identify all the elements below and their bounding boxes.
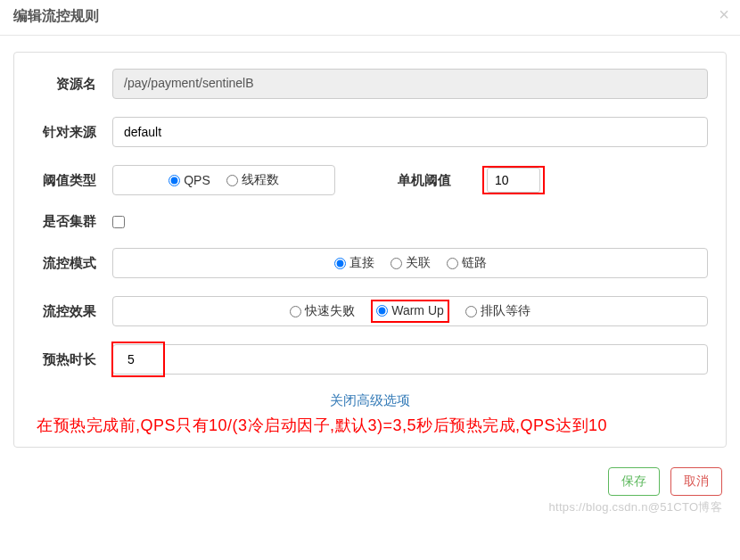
threshold-highlight: [482, 166, 545, 194]
radio-direct-label: 直接: [349, 255, 374, 271]
divider: [0, 35, 740, 36]
threshold-value-label: 单机阈值: [398, 172, 451, 189]
cluster-label: 是否集群: [32, 213, 112, 230]
radio-warmup-label: Warm Up: [391, 303, 444, 317]
annotation-text: 在预热完成前,QPS只有10/(3冷启动因子,默认3)=3,5秒后预热完成,QP…: [32, 415, 708, 436]
radio-fast-fail-label: 快速失败: [305, 303, 355, 319]
effect-group: 快速失败 Warm Up 排队等待: [112, 296, 708, 326]
source-label: 针对来源: [32, 124, 112, 141]
radio-threads[interactable]: 线程数: [226, 172, 279, 188]
footer: 保存 取消: [0, 455, 740, 503]
cluster-checkbox[interactable]: [112, 216, 125, 228]
radio-fast-fail[interactable]: 快速失败: [290, 303, 355, 319]
warmup-time-label: 预热时长: [32, 351, 112, 368]
radio-chain[interactable]: 链路: [447, 255, 487, 271]
radio-relate[interactable]: 关联: [391, 255, 431, 271]
radio-qps-label: QPS: [184, 173, 210, 187]
resource-input: /pay/payment/sentinelB: [112, 69, 708, 99]
source-input[interactable]: [112, 117, 708, 147]
threshold-value-input[interactable]: [487, 168, 540, 193]
resource-label: 资源名: [32, 76, 112, 93]
radio-queue-label: 排队等待: [481, 303, 530, 319]
close-icon[interactable]: ×: [719, 5, 729, 23]
radio-chain-label: 链路: [462, 255, 487, 271]
modal-title: 编辑流控规则: [13, 8, 99, 23]
radio-qps[interactable]: QPS: [169, 173, 210, 187]
mode-label: 流控模式: [32, 255, 112, 272]
radio-fast-fail-input[interactable]: [290, 306, 301, 317]
warmup-time-input[interactable]: [112, 344, 708, 375]
effect-label: 流控效果: [32, 303, 112, 320]
radio-qps-input[interactable]: [169, 175, 180, 186]
radio-warmup[interactable]: Warm Up: [376, 303, 444, 317]
radio-relate-label: 关联: [406, 255, 431, 271]
radio-chain-input[interactable]: [447, 258, 458, 269]
threshold-type-label: 阈值类型: [32, 172, 112, 189]
radio-queue-input[interactable]: [465, 306, 477, 317]
cancel-button[interactable]: 取消: [670, 467, 722, 496]
toggle-advanced-link[interactable]: 关闭高级选项: [330, 392, 410, 408]
radio-threads-label: 线程数: [242, 172, 279, 188]
radio-queue[interactable]: 排队等待: [465, 303, 530, 319]
threshold-type-group: QPS 线程数: [112, 165, 335, 195]
radio-direct[interactable]: 直接: [334, 255, 374, 271]
radio-direct-input[interactable]: [334, 258, 346, 269]
radio-warmup-input[interactable]: [376, 305, 388, 317]
form-panel: 资源名 /pay/payment/sentinelB 针对来源 阈值类型 QPS…: [13, 52, 727, 448]
radio-relate-input[interactable]: [391, 258, 402, 269]
watermark: https://blog.csdn.n@51CTO博客: [0, 499, 740, 515]
warmup-highlight: Warm Up: [371, 300, 449, 323]
save-button[interactable]: 保存: [608, 467, 660, 496]
radio-threads-input[interactable]: [226, 175, 238, 186]
mode-group: 直接 关联 链路: [112, 248, 708, 278]
